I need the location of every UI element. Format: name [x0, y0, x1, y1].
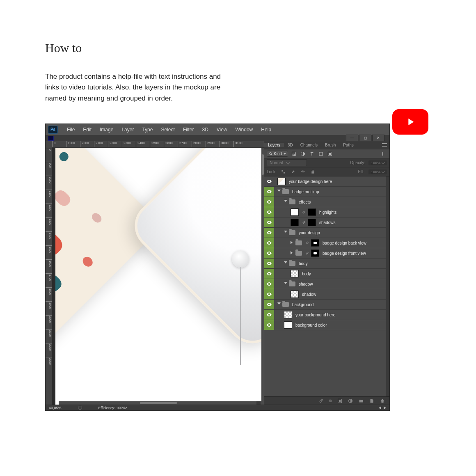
trash-icon[interactable] — [380, 398, 385, 404]
layer-row[interactable]: highlights — [264, 207, 389, 217]
layer-row[interactable]: background — [264, 300, 389, 310]
layer-name[interactable]: shadows — [319, 220, 335, 225]
layer-row[interactable]: body — [264, 259, 389, 269]
layer-mask-thumb[interactable] — [311, 239, 319, 247]
layer-row[interactable]: your badge design here — [264, 176, 389, 187]
visibility-toggle[interactable] — [264, 300, 274, 309]
layer-row[interactable]: shadows — [264, 217, 389, 228]
next-frame-icon[interactable] — [384, 406, 386, 410]
close-button[interactable]: ✕ — [372, 135, 384, 141]
document-tab[interactable] — [48, 136, 54, 141]
filter-smart-icon[interactable] — [327, 151, 333, 157]
prev-frame-icon[interactable] — [379, 406, 381, 410]
visibility-toggle[interactable] — [264, 228, 274, 238]
filter-shape-icon[interactable] — [318, 151, 324, 157]
layer-thumb[interactable] — [291, 219, 299, 226]
layer-name[interactable]: background — [292, 302, 314, 307]
menu-type[interactable]: Type — [138, 127, 157, 133]
layer-mask-thumb[interactable] — [311, 249, 319, 257]
menu-select[interactable]: Select — [157, 127, 178, 133]
zoom-level[interactable]: 40,05% — [49, 406, 62, 410]
menu-view[interactable]: View — [213, 127, 231, 133]
filter-adjust-icon[interactable] — [300, 151, 306, 157]
layer-thumb[interactable] — [291, 270, 299, 277]
youtube-button[interactable] — [392, 109, 428, 135]
panel-tab-brush[interactable]: Brush — [321, 143, 339, 147]
layer-row[interactable]: body — [264, 269, 389, 279]
layer-thumb[interactable] — [284, 311, 292, 318]
lock-position-icon[interactable] — [300, 169, 306, 175]
layer-row[interactable]: badge mockup — [264, 187, 389, 197]
link-layers-icon[interactable] — [318, 398, 324, 404]
layer-name[interactable]: shadow — [302, 292, 316, 297]
visibility-toggle[interactable] — [264, 259, 274, 268]
fill-field[interactable]: 100% — [368, 169, 387, 174]
layer-thumb[interactable] — [291, 291, 299, 298]
layer-row[interactable]: effects — [264, 197, 389, 207]
lock-paint-icon[interactable] — [291, 169, 296, 175]
menu-edit[interactable]: Edit — [79, 127, 96, 133]
panel-tab-paths[interactable]: Paths — [339, 143, 357, 147]
visibility-toggle[interactable] — [264, 320, 274, 330]
visibility-toggle[interactable] — [264, 289, 274, 299]
layer-row[interactable]: shadow — [264, 289, 389, 300]
layer-row[interactable]: your background here — [264, 310, 389, 320]
visibility-toggle[interactable] — [264, 197, 274, 207]
layer-name[interactable]: background color — [295, 323, 327, 327]
filter-type-icon[interactable]: T — [309, 151, 315, 157]
restore-button[interactable]: ◻ — [359, 135, 371, 141]
menu-window[interactable]: Window — [231, 127, 257, 133]
layer-thumb[interactable] — [291, 208, 299, 216]
visibility-toggle[interactable] — [264, 217, 274, 227]
panel-scrollbar[interactable] — [387, 177, 389, 251]
menu-filter[interactable]: Filter — [179, 127, 198, 133]
menu-file[interactable]: File — [63, 127, 79, 133]
filter-kind-select[interactable]: Kind — [267, 151, 288, 157]
panel-tab-3d[interactable]: 3D — [284, 143, 297, 147]
lock-transparency-icon[interactable] — [281, 169, 286, 175]
visibility-toggle[interactable] — [264, 279, 274, 289]
layer-name[interactable]: shadow — [299, 282, 313, 286]
filter-pixel-icon[interactable] — [291, 151, 297, 157]
layer-thumb[interactable] — [277, 178, 286, 185]
layer-mask-thumb[interactable] — [308, 208, 316, 216]
visibility-toggle[interactable] — [264, 176, 274, 186]
layer-row[interactable]: your design — [264, 228, 389, 238]
visibility-toggle[interactable] — [264, 207, 274, 217]
visibility-toggle[interactable] — [264, 310, 274, 320]
blend-mode-select[interactable]: Normal — [267, 159, 307, 166]
layer-mask-thumb[interactable] — [308, 219, 316, 226]
layer-name[interactable]: body — [302, 272, 311, 276]
mask-add-icon[interactable] — [337, 398, 343, 404]
layer-thumb[interactable] — [284, 321, 292, 329]
layer-row[interactable]: shadow — [264, 279, 389, 289]
fx-icon[interactable]: fx — [329, 399, 332, 403]
new-layer-icon[interactable] — [369, 398, 375, 404]
opacity-field[interactable]: 100% — [368, 160, 387, 165]
panel-menu-icon[interactable] — [382, 142, 387, 147]
panel-tab-channels[interactable]: Channels — [297, 143, 321, 147]
layer-list[interactable]: your badge design herebadge mockupeffect… — [264, 176, 389, 396]
visibility-toggle[interactable] — [264, 248, 274, 258]
folder-add-icon[interactable] — [358, 398, 364, 404]
panel-tab-layers[interactable]: Layers — [264, 143, 284, 147]
layer-name[interactable]: your background here — [295, 313, 335, 317]
lock-all-icon[interactable] — [310, 169, 316, 175]
canvas[interactable] — [55, 148, 261, 405]
menu-layer[interactable]: Layer — [117, 127, 138, 133]
layer-name[interactable]: effects — [299, 200, 311, 204]
filter-toggle-switch[interactable] — [380, 151, 387, 157]
menu-3d[interactable]: 3D — [198, 127, 212, 133]
layer-name[interactable]: badge mockup — [292, 190, 319, 194]
adjustment-add-icon[interactable] — [348, 398, 353, 404]
visibility-toggle[interactable] — [264, 187, 274, 197]
layer-name[interactable]: highlights — [319, 210, 336, 215]
layer-name[interactable]: your badge design here — [289, 179, 332, 184]
layer-row[interactable]: badge design front view — [264, 248, 389, 259]
layer-name[interactable]: your design — [299, 231, 320, 235]
minimize-button[interactable]: — — [346, 135, 358, 141]
layer-row[interactable]: badge design back view — [264, 238, 389, 248]
visibility-toggle[interactable] — [264, 269, 274, 279]
layer-name[interactable]: badge design back view — [323, 241, 366, 245]
scrollbar-horizontal[interactable] — [59, 401, 261, 405]
